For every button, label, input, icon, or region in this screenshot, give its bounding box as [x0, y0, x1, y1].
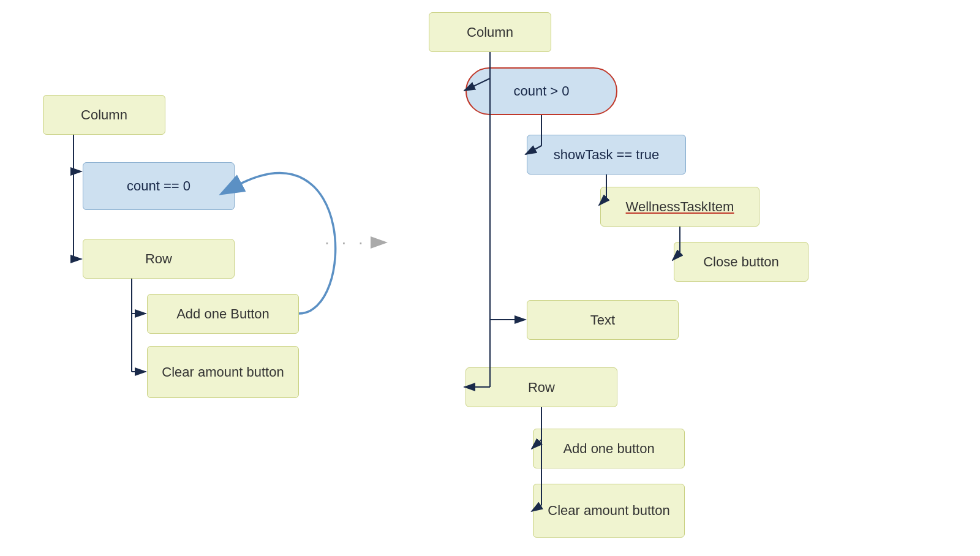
left-row-node: Row [83, 239, 235, 279]
right-column-node: Column [429, 12, 551, 52]
right-count-gt-0-node: count > 0 [466, 67, 617, 115]
left-column-node: Column [43, 95, 165, 135]
right-row-node: Row [466, 367, 617, 407]
right-close-node: Close button [674, 242, 809, 282]
left-clear-amount-node: Clear amount button [147, 346, 299, 398]
right-add-one-node: Add one button [533, 429, 685, 468]
right-show-task-node: showTask == true [527, 135, 686, 175]
left-add-one-node: Add one Button [147, 294, 299, 334]
separator-dots: · · · [325, 233, 390, 252]
dots-arrow-icon [371, 234, 390, 251]
right-clear-amount-node: Clear amount button [533, 484, 685, 538]
diagram-container: Column count == 0 Row Add one Button Cle… [0, 0, 980, 556]
svg-marker-27 [371, 236, 388, 249]
right-text-node: Text [527, 300, 679, 340]
left-count-eq-0-node: count == 0 [83, 162, 235, 210]
right-wellness-node: WellnessTaskItem [600, 187, 760, 227]
